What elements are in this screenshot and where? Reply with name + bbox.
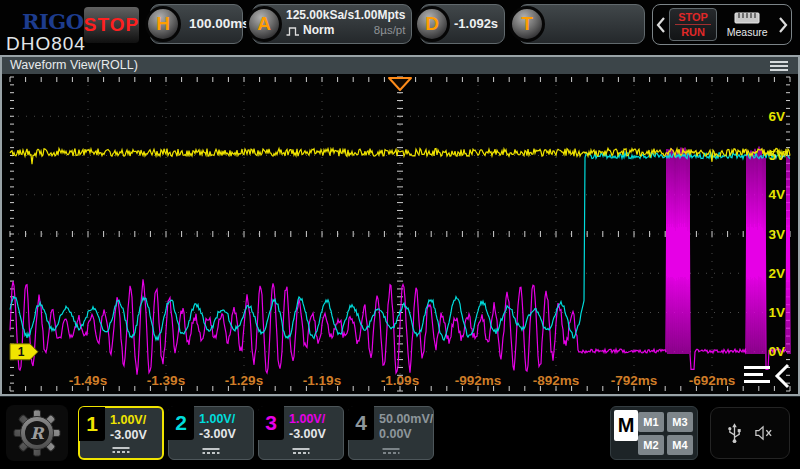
x-axis-label: -1.09s xyxy=(381,373,419,388)
channel-3-number: 3 xyxy=(258,406,284,440)
next-icon[interactable] xyxy=(778,16,789,34)
scope-plot[interactable]: 1-1.49s-1.39s-1.29s-1.19s-1.09s-992ms-89… xyxy=(2,74,798,394)
y-axis-label: 3V xyxy=(768,227,785,242)
y-axis-label: 1V xyxy=(768,305,785,320)
settings-button[interactable]: R xyxy=(6,405,68,461)
oscilloscope-screen: RIGOL DHO804 STOP 100.00ms/ H 125.00kSa/… xyxy=(0,0,800,469)
horizontal-scale-value[interactable]: 100.00ms/ xyxy=(189,5,254,42)
channel-3-button[interactable]: 3 1.00V/ -3.00V xyxy=(258,406,344,460)
menu-icon[interactable] xyxy=(770,61,788,73)
sample-rate-value: 125.00kSa/s xyxy=(286,8,354,23)
coupling-icon xyxy=(383,448,400,454)
sound-muted-icon xyxy=(754,425,773,441)
y-axis-label: 5V xyxy=(768,148,785,163)
y-axis-label: 4V xyxy=(768,187,785,202)
status-icons-panel xyxy=(710,407,790,459)
settings-icon: R xyxy=(13,409,61,457)
ch3-trace[interactable] xyxy=(10,146,790,374)
collapse-labels-icon[interactable] xyxy=(744,365,788,387)
channel-2-button[interactable]: 2 1.00V/ -3.00V xyxy=(168,406,254,460)
acquisition-button[interactable]: A xyxy=(246,6,282,42)
math-button[interactable]: M xyxy=(614,410,638,441)
math-slot-m4[interactable]: M4 xyxy=(667,435,693,455)
math-slot-m3[interactable]: M3 xyxy=(667,412,693,432)
coupling-icon xyxy=(113,447,130,453)
x-axis-label: -892ms xyxy=(533,373,580,388)
math-group: M M1 M3 M2 M4 xyxy=(610,406,698,460)
channel-4-offset: 0.00V xyxy=(379,427,433,442)
channel-4-number: 4 xyxy=(348,406,374,440)
horizontal-button[interactable]: H xyxy=(145,6,181,42)
channel-2-number: 2 xyxy=(168,406,194,440)
x-axis-label: -1.39s xyxy=(147,373,185,388)
channel-1-number: 1 xyxy=(79,407,105,441)
time-per-point-value: 8µs/pt xyxy=(354,23,405,38)
coupling-icon xyxy=(293,448,310,454)
channel-4-button[interactable]: 4 50.00mV/ 0.00V xyxy=(348,406,434,460)
x-axis-label: -692ms xyxy=(689,373,736,388)
panel-title: Waveform View(ROLL) xyxy=(10,58,138,72)
stop-run-button[interactable]: STOP RUN xyxy=(669,8,716,41)
y-axis-label: 2V xyxy=(768,266,785,281)
top-bar: RIGOL DHO804 STOP 100.00ms/ H 125.00kSa/… xyxy=(0,0,800,55)
prev-icon[interactable] xyxy=(655,16,666,34)
channel-1-offset: -3.00V xyxy=(110,428,147,443)
bottom-bar: R 1 1.00V/ -3.00V 2 1.00V/ -3.00V 3 1.00… xyxy=(0,397,800,469)
channel-2-offset: -3.00V xyxy=(199,427,236,442)
delay-button[interactable]: D xyxy=(414,6,450,42)
y-axis-label: 0V xyxy=(768,344,785,359)
waveform-panel: Waveform View(ROLL) 1-1.49s-1.39s-1.29s-… xyxy=(0,55,800,396)
x-axis-label: -1.29s xyxy=(225,373,263,388)
measure-label: Measure xyxy=(727,26,768,38)
x-axis-label: -1.49s xyxy=(69,373,107,388)
quick-toolbar: STOP RUN Measure xyxy=(652,4,792,45)
trigger-position-marker[interactable] xyxy=(389,78,411,90)
memory-depth-value: 1.00Mpts xyxy=(354,8,405,23)
x-axis-label: -792ms xyxy=(611,373,658,388)
model-label: DHO804 xyxy=(6,33,86,55)
run-state-badge[interactable]: STOP xyxy=(84,7,139,43)
x-axis-label: -992ms xyxy=(455,373,502,388)
channel-3-offset: -3.00V xyxy=(289,427,326,442)
delay-value[interactable]: -1.092s xyxy=(454,5,498,42)
math-slot-m1[interactable]: M1 xyxy=(638,412,664,432)
x-axis-label: -1.19s xyxy=(303,373,341,388)
usb-icon xyxy=(727,422,742,444)
measure-icon xyxy=(734,12,760,24)
stop-label: STOP xyxy=(675,11,711,25)
acquisition-mode: Norm xyxy=(303,23,334,38)
channel-1-scale: 1.00V/ xyxy=(110,413,147,428)
math-slot-m2[interactable]: M2 xyxy=(638,435,664,455)
channel-3-scale: 1.00V/ xyxy=(289,412,326,427)
run-label: RUN xyxy=(681,25,705,38)
pulse-icon xyxy=(286,26,300,36)
channel-2-scale: 1.00V/ xyxy=(199,412,236,427)
measure-button[interactable]: Measure xyxy=(720,6,775,44)
coupling-icon xyxy=(203,448,220,454)
channel-1-button[interactable]: 1 1.00V/ -3.00V xyxy=(78,406,164,460)
ch1-marker-label: 1 xyxy=(18,345,25,359)
y-axis-label: 6V xyxy=(768,109,785,124)
panel-title-bar: Waveform View(ROLL) xyxy=(2,57,798,74)
trigger-button[interactable]: T xyxy=(509,6,545,42)
channel-4-scale: 50.00mV/ xyxy=(379,412,433,427)
svg-text:R: R xyxy=(30,424,45,443)
